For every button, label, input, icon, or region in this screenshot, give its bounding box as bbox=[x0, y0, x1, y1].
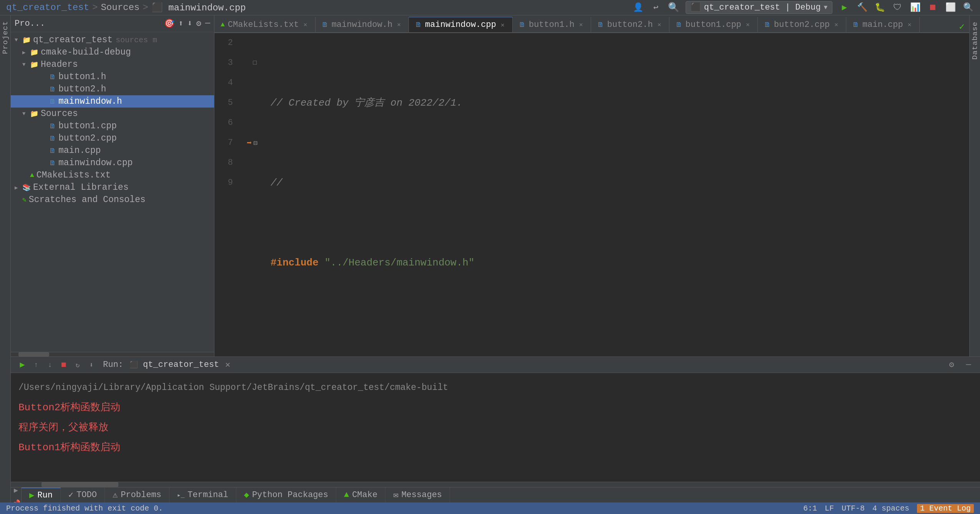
btab-messages[interactable]: ✉ Messages bbox=[385, 487, 450, 503]
collapse-all-icon[interactable]: ⬆ bbox=[178, 18, 183, 29]
tree-mainwindowh[interactable]: 🗎 mainwindow.h bbox=[11, 95, 214, 108]
breadcrumb-sources[interactable]: Sources bbox=[101, 2, 140, 13]
right-sidebar: Database bbox=[969, 15, 980, 356]
btab-terminal[interactable]: ▸_ Terminal bbox=[169, 487, 236, 503]
settings-gear-icon[interactable]: ⚙ bbox=[196, 18, 201, 29]
run-configuration[interactable]: ⬛ qt_creator_test | Debug ▼ bbox=[686, 1, 832, 14]
output-line-1: Button2析构函数启动 bbox=[18, 398, 972, 418]
tree-mainwindowcpp[interactable]: 🗎 mainwindow.cpp bbox=[11, 157, 214, 169]
run-config-label: qt_creator_test | Debug bbox=[704, 3, 821, 12]
run-scroll-button[interactable]: ⬇ bbox=[86, 360, 97, 370]
project-scrollbar-h[interactable] bbox=[11, 352, 214, 356]
tab-button1cpp-close[interactable]: ✕ bbox=[744, 21, 751, 28]
tab-mainwindowcpp[interactable]: 🗎 mainwindow.cpp ✕ bbox=[409, 17, 513, 32]
tree-button2h[interactable]: 🗎 button2.h bbox=[11, 83, 214, 95]
run-close-tab[interactable]: ✕ bbox=[225, 360, 230, 370]
project-panel: Pro... 🎯 ⬆ ⬇ ⚙ — ▼ 📁 qt_cr bbox=[11, 15, 214, 356]
code-editor[interactable]: 2 3 4 5 6 7 8 9 bbox=[214, 33, 969, 356]
status-lf: LF bbox=[825, 504, 834, 513]
status-spaces: 4 spaces bbox=[872, 504, 909, 513]
problems-tab-label: Problems bbox=[121, 490, 161, 500]
tree-maincpp[interactable]: 🗎 main.cpp bbox=[11, 144, 214, 157]
editor-status-ok: ✓ bbox=[955, 21, 969, 32]
tree-sources-label: Sources bbox=[41, 109, 78, 119]
run-restart-button[interactable]: ↻ bbox=[72, 360, 83, 370]
tab-button1cpp[interactable]: 🗎 button1.cpp ✕ bbox=[669, 17, 758, 32]
tree-button2cpp-label: button2.cpp bbox=[58, 133, 117, 143]
coverage-button[interactable]: 🛡 bbox=[892, 2, 903, 13]
bottom-side-icon1[interactable]: ▶ bbox=[13, 487, 19, 495]
tab-button2h[interactable]: 🗎 button2.h ✕ bbox=[591, 17, 669, 32]
tree-mainwindowcpp-label: mainwindow.cpp bbox=[58, 158, 133, 168]
btab-python-packages[interactable]: ◆ Python Packages bbox=[236, 487, 336, 503]
run-stop-button[interactable]: ⏹ bbox=[58, 360, 69, 370]
tree-root[interactable]: ▼ 📁 qt_creator_test sources m bbox=[11, 34, 214, 46]
tree-sources[interactable]: ▼ 📁 Sources bbox=[11, 108, 214, 120]
tree-button2cpp[interactable]: 🗎 button2.cpp bbox=[11, 132, 214, 144]
expand-all-icon[interactable]: ⬇ bbox=[187, 18, 192, 29]
build-button[interactable]: 🔨 bbox=[856, 2, 868, 13]
breadcrumb-sep2: > bbox=[143, 2, 148, 13]
run-up-button[interactable]: ↑ bbox=[31, 360, 42, 370]
run-settings-icon[interactable]: ⚙ bbox=[946, 360, 957, 370]
debug-button[interactable]: 🐛 bbox=[874, 2, 885, 13]
bottom-left-icons: ▶ 📌 bbox=[11, 487, 22, 502]
tab-mainwindowh-close[interactable]: ✕ bbox=[395, 21, 402, 28]
search-everywhere-icon[interactable]: 🔍 bbox=[668, 2, 679, 13]
code-lines[interactable]: // Created by 宁彦吉 on 2022/2/1. // #inclu… bbox=[264, 33, 969, 356]
search-button[interactable]: 🔍 bbox=[962, 2, 974, 13]
profile-icon[interactable]: 👤 bbox=[633, 2, 644, 13]
tab-mainwindowcpp-label: mainwindow.cpp bbox=[425, 20, 496, 30]
stop-button[interactable]: ⏹ bbox=[927, 2, 938, 13]
run-tab-icon: ▶ bbox=[29, 490, 34, 501]
run-minimize-icon[interactable]: — bbox=[963, 360, 974, 370]
database-icon[interactable]: Database bbox=[971, 18, 979, 63]
tree-cmakelists[interactable]: ▲ CMakeLists.txt bbox=[11, 169, 214, 181]
breadcrumb-project[interactable]: qt_creator_test bbox=[6, 2, 89, 13]
run-button[interactable]: ▶ bbox=[839, 2, 850, 13]
tree-cmake-build[interactable]: ▶ 📁 cmake-build-debug bbox=[11, 46, 214, 58]
locate-icon[interactable]: 🎯 bbox=[164, 18, 174, 29]
back-icon[interactable]: ↩ bbox=[650, 2, 662, 13]
cmake-tab-label: CMake bbox=[352, 490, 377, 500]
btab-cmake[interactable]: ▲ CMake bbox=[336, 487, 385, 503]
tab-button2cpp[interactable]: 🗎 button2.cpp ✕ bbox=[758, 17, 846, 32]
bottom-scrollbar-h[interactable] bbox=[11, 482, 980, 487]
maximize-button[interactable]: ⬜ bbox=[945, 2, 956, 13]
event-log-badge[interactable]: 1 Event Log bbox=[917, 504, 974, 513]
tree-button1cpp[interactable]: 🗎 button1.cpp bbox=[11, 120, 214, 132]
run-name: ⬛ qt_creator_test bbox=[130, 360, 219, 370]
btab-run[interactable]: ▶ Run bbox=[22, 487, 61, 503]
tree-cmake-build-label: cmake-build-debug bbox=[41, 47, 131, 57]
problems-tab-icon: ⚠ bbox=[113, 490, 118, 500]
tab-cmakelists-close[interactable]: ✕ bbox=[302, 21, 309, 28]
tree-external-libs[interactable]: ▶ 📚 External Libraries bbox=[11, 181, 214, 194]
btab-problems[interactable]: ⚠ Problems bbox=[105, 487, 169, 503]
tab-mainwindowcpp-close[interactable]: ✕ bbox=[499, 22, 506, 28]
run-green-button[interactable]: ▶ bbox=[17, 360, 28, 370]
bottom-side-icon2[interactable]: 📌 bbox=[11, 498, 21, 503]
tab-button1h-close[interactable]: ✕ bbox=[578, 21, 585, 28]
tree-button1h[interactable]: 🗎 button1.h bbox=[11, 71, 214, 83]
run-label: Run: bbox=[103, 360, 123, 370]
status-text: Process finished with exit code 0. bbox=[6, 504, 163, 513]
tree-root-label: qt_creator_test bbox=[33, 35, 113, 45]
tree-root-extra: sources m bbox=[116, 36, 157, 45]
tree-headers[interactable]: ▼ 📁 Headers bbox=[11, 58, 214, 71]
tab-mainwindowh[interactable]: 🗎 mainwindow.h ✕ bbox=[316, 17, 409, 32]
tab-button2cpp-close[interactable]: ✕ bbox=[833, 21, 840, 28]
project-tab[interactable]: Project bbox=[1, 18, 10, 57]
tab-button1h[interactable]: 🗎 button1.h ✕ bbox=[513, 17, 591, 32]
tree-scratches[interactable]: ✎ Scratches and Consoles bbox=[11, 194, 214, 206]
btab-todo[interactable]: ✓ TODO bbox=[61, 487, 105, 503]
tab-maincpp-close[interactable]: ✕ bbox=[906, 21, 913, 28]
output-line-3: Button1析构函数启动 bbox=[18, 438, 972, 458]
tab-button2h-close[interactable]: ✕ bbox=[656, 21, 663, 28]
tab-maincpp[interactable]: 🗎 main.cpp ✕ bbox=[846, 17, 920, 32]
tab-button2h-label: button2.h bbox=[607, 20, 653, 30]
run-down-button[interactable]: ↓ bbox=[45, 360, 55, 370]
tab-cmakelists[interactable]: ▲ CMakeLists.txt ✕ bbox=[214, 17, 316, 32]
close-panel-icon[interactable]: — bbox=[205, 18, 210, 29]
toolbar-right: 👤 ↩ 🔍 ⬛ qt_creator_test | Debug ▼ ▶ 🔨 🐛 … bbox=[633, 1, 974, 14]
profile-run-icon[interactable]: 📊 bbox=[909, 2, 921, 13]
